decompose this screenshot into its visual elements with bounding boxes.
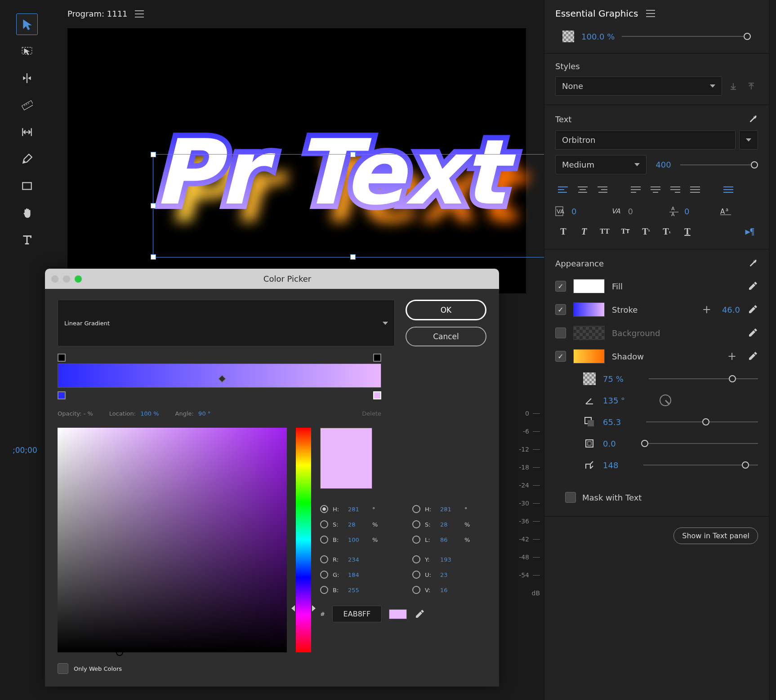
gradient-type-dropdown[interactable]: Linear Gradient [58,300,395,346]
timecode-value[interactable]: ;00;00 [13,446,37,455]
small-caps-icon[interactable]: TT [617,225,633,238]
eyedropper-icon[interactable] [747,304,758,315]
rtl-text-icon[interactable] [721,183,736,197]
layer-opacity-slider[interactable] [622,36,751,37]
font-size-slider[interactable] [680,164,758,165]
websafe-swatch[interactable] [389,609,407,619]
wrench-icon[interactable] [748,257,758,269]
r-radio[interactable] [320,555,328,563]
mask-with-text-checkbox[interactable] [565,492,576,503]
hex-input[interactable] [332,606,382,622]
eyedropper-icon[interactable] [747,351,758,362]
fill-checkbox[interactable] [555,281,566,292]
rgb-b-value[interactable]: 255 [348,587,368,594]
shadow-distance-slider[interactable] [646,421,758,422]
align-center-icon[interactable] [575,183,590,197]
leading-value[interactable]: 0 [684,207,689,216]
hue-radio[interactable] [320,505,328,513]
v-radio[interactable] [412,586,420,594]
fill-swatch[interactable] [573,279,605,293]
justify-last-left-icon[interactable] [628,183,643,197]
background-checkbox[interactable] [555,328,566,338]
dialog-titlebar[interactable]: Color Picker [45,269,499,289]
window-close-icon[interactable] [51,275,58,283]
justify-last-center-icon[interactable] [648,183,663,197]
hsl-s-value[interactable]: 28 [440,521,460,528]
yuv-u-value[interactable]: 23 [440,572,460,578]
justify-last-right-icon[interactable] [668,183,683,197]
shadow-angle-value[interactable]: 135 ° [603,396,625,405]
saturation-value-picker[interactable] [58,428,287,652]
shadow-opacity-slider[interactable] [649,378,758,379]
shadow-blur-value[interactable]: 148 [603,461,618,470]
show-in-text-panel-button[interactable]: Show in Text panel [673,527,758,544]
selection-bounds[interactable] [153,154,553,257]
tracking-va-boxed-value[interactable]: 0 [571,207,576,216]
justify-all-icon[interactable] [687,183,703,197]
faux-italic-icon[interactable]: T [576,225,592,238]
hue2-radio[interactable] [412,505,420,513]
subscript-icon[interactable]: T₁ [659,225,675,238]
stroke-swatch[interactable] [573,302,605,317]
sat-radio[interactable] [320,520,328,528]
shadow-opacity-value[interactable]: 75 % [603,374,624,384]
add-shadow-icon[interactable]: + [724,350,740,363]
wrench-icon[interactable] [748,113,758,125]
hsb-s-value[interactable]: 28 [348,521,368,528]
yuv-v-value[interactable]: 16 [440,587,460,594]
gradient-preview[interactable] [58,363,381,388]
hand-tool[interactable] [16,202,38,224]
gradient-editor[interactable] [58,355,381,398]
hsl-h-value[interactable]: 281 [440,506,460,513]
shadow-blur-slider[interactable] [643,465,758,465]
yuv-y-value[interactable]: 193 [440,556,460,563]
stroke-width-value[interactable]: 46.0 [722,305,740,315]
eyedropper-icon[interactable] [747,328,758,338]
shadow-checkbox[interactable] [555,351,566,362]
font-family-chevron[interactable] [739,130,758,150]
window-zoom-icon[interactable] [75,275,82,283]
eyedropper-icon[interactable] [747,281,758,292]
ruler-tool[interactable] [16,94,38,116]
panel-menu-icon[interactable] [646,10,655,17]
styles-dropdown[interactable]: None [555,76,722,96]
selection-tool[interactable] [16,13,38,35]
eyedropper-icon[interactable] [414,609,425,620]
hsl-l-value[interactable]: 86 [440,536,460,543]
gradient-angle-value[interactable]: 90 ° [198,410,210,417]
program-viewport[interactable]: Pr Text Pr Text [67,28,526,293]
faux-bold-icon[interactable]: T [555,225,571,238]
shadow-distance-value[interactable]: 65.3 [603,417,621,427]
opacity-stop-left[interactable] [58,354,66,362]
font-weight-dropdown[interactable]: Medium [555,155,647,174]
window-minimize-icon[interactable] [63,275,70,283]
sat2-radio[interactable] [412,520,420,528]
b-radio[interactable] [320,586,328,594]
u-radio[interactable] [412,571,420,579]
cancel-button[interactable]: Cancel [406,327,486,346]
all-caps-icon[interactable]: TT [597,225,613,238]
hue-slider[interactable] [296,428,311,652]
rgb-g-value[interactable]: 184 [348,572,368,578]
y-radio[interactable] [412,555,420,563]
stroke-checkbox[interactable] [555,304,566,315]
shadow-spread-value[interactable]: 0.0 [603,439,616,448]
underline-icon[interactable]: T [679,225,696,238]
align-left-icon[interactable] [555,183,571,197]
background-swatch[interactable] [573,326,605,340]
font-size-value[interactable]: 400 [656,160,671,169]
pen-tool[interactable] [16,148,38,170]
paragraph-direction-icon[interactable]: ▸¶ [742,225,758,238]
only-web-colors-checkbox[interactable] [58,663,68,674]
hsb-h-value[interactable]: 281 [348,506,368,513]
superscript-icon[interactable]: T¹ [638,225,654,238]
sv-cursor[interactable] [116,649,123,656]
gradient-location-value[interactable]: 100 % [140,410,159,417]
shadow-spread-slider[interactable] [641,443,758,444]
direct-select-tool[interactable] [16,40,38,62]
rgb-r-value[interactable]: 234 [348,556,368,563]
color-stop-left[interactable] [58,391,66,399]
font-family-dropdown[interactable]: Orbitron [555,130,736,150]
lum-radio[interactable] [412,536,420,544]
align-right-icon[interactable] [595,183,610,197]
